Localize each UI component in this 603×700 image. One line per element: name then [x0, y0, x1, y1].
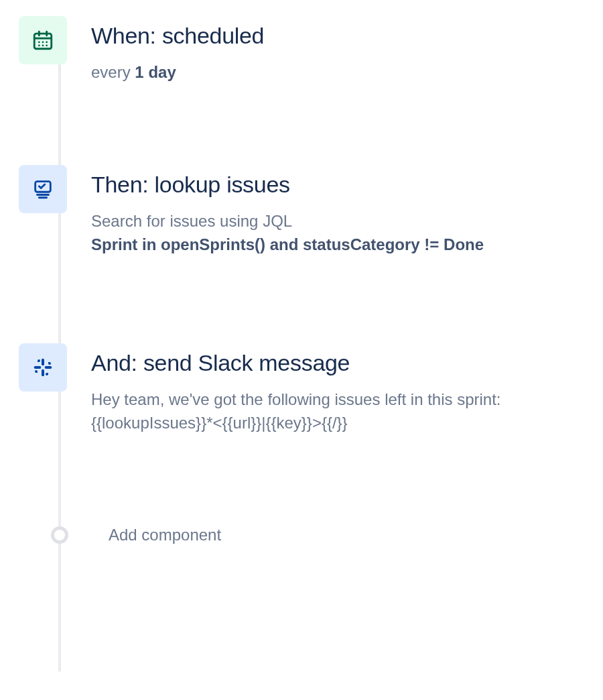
add-component-label: Add component — [109, 526, 221, 544]
automation-step-trigger[interactable]: When: scheduled every 1 day — [19, 16, 584, 84]
step-title: When: scheduled — [91, 23, 584, 49]
svg-rect-14 — [42, 369, 44, 377]
step-description: Hey team, we've got the following issues… — [91, 388, 584, 435]
svg-point-5 — [42, 41, 44, 43]
calendar-icon — [31, 29, 54, 52]
slack-icon — [32, 357, 54, 378]
step-description: every 1 day — [91, 61, 584, 84]
slack-icon-box — [19, 343, 67, 392]
step-title: Then: lookup issues — [91, 172, 584, 198]
trigger-icon-box — [19, 16, 67, 64]
svg-point-4 — [38, 41, 40, 43]
svg-point-7 — [38, 44, 40, 46]
svg-rect-16 — [45, 366, 52, 369]
automation-step-slack[interactable]: And: send Slack message Hey team, we've … — [19, 343, 584, 435]
svg-rect-0 — [34, 34, 52, 49]
automation-step-lookup[interactable]: Then: lookup issues Search for issues us… — [19, 165, 584, 257]
lookup-issues-icon — [31, 178, 54, 200]
svg-point-9 — [46, 44, 48, 46]
svg-rect-13 — [42, 359, 44, 366]
svg-rect-15 — [34, 366, 42, 369]
add-component-row[interactable]: Add component — [19, 526, 584, 544]
svg-point-6 — [46, 41, 48, 43]
step-title: And: send Slack message — [91, 350, 584, 376]
svg-point-8 — [42, 44, 44, 46]
add-component-circle-icon — [51, 526, 68, 544]
step-description: Search for issues using JQL Sprint in op… — [91, 210, 584, 257]
lookup-icon-box — [19, 165, 67, 213]
